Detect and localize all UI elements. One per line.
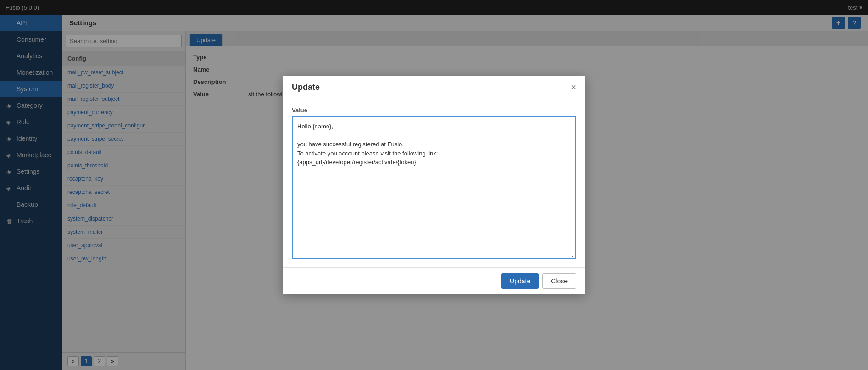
- modal-title: Update: [292, 83, 320, 92]
- modal-textarea[interactable]: [292, 116, 576, 259]
- modal-header: Update ×: [283, 76, 585, 99]
- modal-update-button[interactable]: Update: [501, 273, 539, 289]
- update-modal: Update × Value Update Close: [283, 76, 585, 294]
- modal-close-button[interactable]: ×: [571, 82, 576, 93]
- modal-overlay[interactable]: Update × Value Update Close: [0, 0, 868, 370]
- modal-value-label: Value: [292, 107, 576, 114]
- modal-body: Value: [283, 99, 585, 267]
- modal-footer: Update Close: [283, 267, 585, 294]
- modal-close-action-button[interactable]: Close: [542, 273, 576, 289]
